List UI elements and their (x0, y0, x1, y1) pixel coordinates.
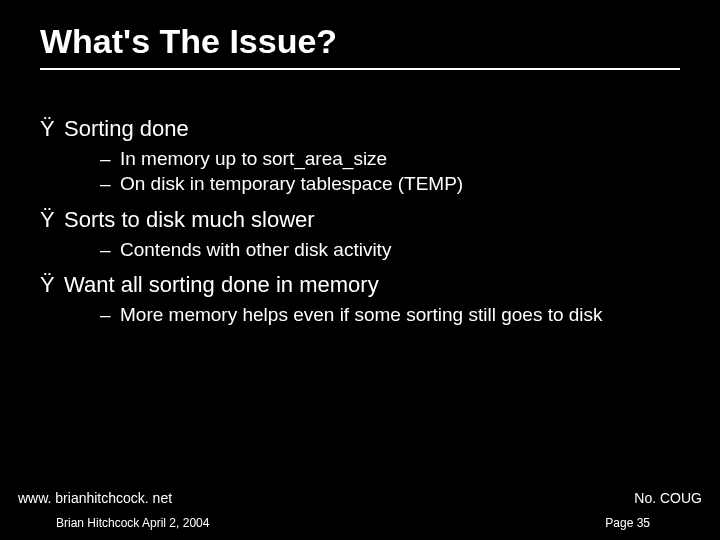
bullet-marker: Ÿ (40, 115, 64, 143)
footer-url: www. brianhitchcock. net (18, 490, 172, 506)
title-underline (40, 68, 680, 70)
bullet-text: Want all sorting done in memory (64, 272, 379, 297)
bullet-1: ŸSorting done (40, 115, 680, 143)
subbullet-marker: – (100, 172, 120, 196)
subbullet-2-1: –Contends with other disk activity (100, 238, 680, 262)
subbullet-marker: – (100, 238, 120, 262)
subbullet-1-1: –In memory up to sort_area_size (100, 147, 680, 171)
slide-title: What's The Issue? (40, 22, 337, 61)
footer-org: No. COUG (634, 490, 702, 506)
bullet-text: Sorting done (64, 116, 189, 141)
subbullet-marker: – (100, 147, 120, 171)
footer-page: Page 35 (605, 516, 650, 530)
bullet-text: Sorts to disk much slower (64, 207, 315, 232)
slide-body: ŸSorting done –In memory up to sort_area… (40, 105, 680, 329)
subbullet-text: On disk in temporary tablespace (TEMP) (120, 173, 463, 194)
bullet-marker: Ÿ (40, 271, 64, 299)
bullet-marker: Ÿ (40, 206, 64, 234)
subbullet-text: Contends with other disk activity (120, 239, 391, 260)
subbullet-3-1: –More memory helps even if some sorting … (100, 303, 680, 327)
footer-author: Brian Hitchcock April 2, 2004 (56, 516, 209, 530)
subbullet-marker: – (100, 303, 120, 327)
slide: What's The Issue? ŸSorting done –In memo… (0, 0, 720, 540)
subbullet-text: In memory up to sort_area_size (120, 148, 387, 169)
subbullet-1-2: –On disk in temporary tablespace (TEMP) (100, 172, 680, 196)
bullet-2: ŸSorts to disk much slower (40, 206, 680, 234)
subbullet-text: More memory helps even if some sorting s… (120, 303, 680, 327)
slide-footer: www. brianhitchcock. net No. COUG Brian … (0, 482, 720, 540)
bullet-3: ŸWant all sorting done in memory (40, 271, 680, 299)
